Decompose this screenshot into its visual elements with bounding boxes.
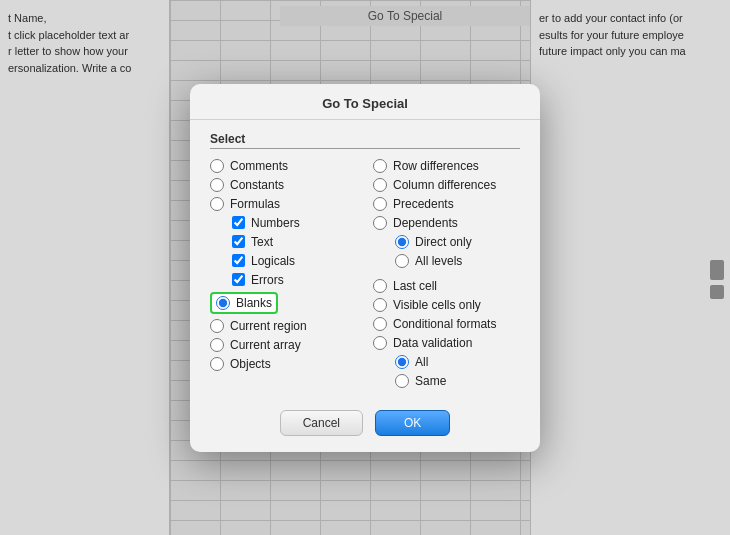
radio-blanks-input[interactable] xyxy=(216,296,230,310)
radio-current-region-label: Current region xyxy=(230,319,307,333)
radio-direct-only-input[interactable] xyxy=(395,235,409,249)
dialog-body: Select Comments Constants Formulas xyxy=(190,128,540,396)
checkbox-errors-label: Errors xyxy=(251,273,284,287)
radio-objects[interactable]: Objects xyxy=(210,357,357,371)
radio-formulas[interactable]: Formulas xyxy=(210,197,357,211)
ok-button[interactable]: OK xyxy=(375,410,450,436)
checkbox-errors[interactable]: Errors xyxy=(232,273,357,287)
blanks-highlight-box: Blanks xyxy=(210,292,278,314)
radio-formulas-input[interactable] xyxy=(210,197,224,211)
dialog-title-bar: Go To Special xyxy=(190,84,540,120)
select-section-label: Select xyxy=(210,132,520,149)
checkbox-text[interactable]: Text xyxy=(232,235,357,249)
radio-data-validation-label: Data validation xyxy=(393,336,472,350)
radio-conditional-formats-label: Conditional formats xyxy=(393,317,496,331)
radio-comments-input[interactable] xyxy=(210,159,224,173)
radio-last-cell-label: Last cell xyxy=(393,279,437,293)
checkbox-errors-input[interactable] xyxy=(232,273,245,286)
radio-comments-label: Comments xyxy=(230,159,288,173)
validation-sub-options: All Same xyxy=(395,355,520,388)
radio-visible-cells-input[interactable] xyxy=(373,298,387,312)
checkbox-logicals[interactable]: Logicals xyxy=(232,254,357,268)
radio-current-array[interactable]: Current array xyxy=(210,338,357,352)
radio-dependents-label: Dependents xyxy=(393,216,458,230)
radio-dependents-input[interactable] xyxy=(373,216,387,230)
radio-blanks-label: Blanks xyxy=(236,296,272,310)
radio-data-validation-input[interactable] xyxy=(373,336,387,350)
radio-valid-all[interactable]: All xyxy=(395,355,520,369)
radio-constants-label: Constants xyxy=(230,178,284,192)
radio-comments[interactable]: Comments xyxy=(210,159,357,173)
right-column: Row differences Column differences Prece… xyxy=(373,159,520,388)
radio-direct-only[interactable]: Direct only xyxy=(395,235,520,249)
radio-blanks[interactable]: Blanks xyxy=(210,292,357,314)
dialog-overlay: Go To Special Select Comments Constants xyxy=(0,0,730,535)
options-columns: Comments Constants Formulas Numbers xyxy=(210,159,520,388)
radio-conditional-formats[interactable]: Conditional formats xyxy=(373,317,520,331)
radio-row-diff[interactable]: Row differences xyxy=(373,159,520,173)
checkbox-numbers[interactable]: Numbers xyxy=(232,216,357,230)
cancel-button[interactable]: Cancel xyxy=(280,410,363,436)
go-to-special-dialog: Go To Special Select Comments Constants xyxy=(190,84,540,452)
radio-all-levels[interactable]: All levels xyxy=(395,254,520,268)
checkbox-logicals-label: Logicals xyxy=(251,254,295,268)
checkbox-text-label: Text xyxy=(251,235,273,249)
radio-constants-input[interactable] xyxy=(210,178,224,192)
checkbox-logicals-input[interactable] xyxy=(232,254,245,267)
radio-current-array-label: Current array xyxy=(230,338,301,352)
radio-row-diff-label: Row differences xyxy=(393,159,479,173)
radio-current-array-input[interactable] xyxy=(210,338,224,352)
radio-valid-same-label: Same xyxy=(415,374,446,388)
radio-valid-all-label: All xyxy=(415,355,428,369)
radio-constants[interactable]: Constants xyxy=(210,178,357,192)
dialog-title: Go To Special xyxy=(206,96,524,111)
radio-col-diff-input[interactable] xyxy=(373,178,387,192)
radio-current-region-input[interactable] xyxy=(210,319,224,333)
radio-all-levels-input[interactable] xyxy=(395,254,409,268)
left-column: Comments Constants Formulas Numbers xyxy=(210,159,357,388)
radio-precedents-input[interactable] xyxy=(373,197,387,211)
radio-conditional-formats-input[interactable] xyxy=(373,317,387,331)
radio-visible-cells-label: Visible cells only xyxy=(393,298,481,312)
radio-all-levels-label: All levels xyxy=(415,254,462,268)
radio-col-diff-label: Column differences xyxy=(393,178,496,192)
radio-last-cell[interactable]: Last cell xyxy=(373,279,520,293)
radio-last-cell-input[interactable] xyxy=(373,279,387,293)
checkbox-numbers-label: Numbers xyxy=(251,216,300,230)
radio-col-diff[interactable]: Column differences xyxy=(373,178,520,192)
radio-formulas-label: Formulas xyxy=(230,197,280,211)
radio-valid-same-input[interactable] xyxy=(395,374,409,388)
radio-data-validation[interactable]: Data validation xyxy=(373,336,520,350)
radio-row-diff-input[interactable] xyxy=(373,159,387,173)
radio-valid-all-input[interactable] xyxy=(395,355,409,369)
radio-objects-input[interactable] xyxy=(210,357,224,371)
radio-visible-cells[interactable]: Visible cells only xyxy=(373,298,520,312)
radio-precedents-label: Precedents xyxy=(393,197,454,211)
checkbox-numbers-input[interactable] xyxy=(232,216,245,229)
radio-objects-label: Objects xyxy=(230,357,271,371)
radio-precedents[interactable]: Precedents xyxy=(373,197,520,211)
dialog-footer: Cancel OK xyxy=(190,410,540,436)
radio-current-region[interactable]: Current region xyxy=(210,319,357,333)
radio-valid-same[interactable]: Same xyxy=(395,374,520,388)
radio-direct-only-label: Direct only xyxy=(415,235,472,249)
checkbox-text-input[interactable] xyxy=(232,235,245,248)
precedents-sub-options: Direct only All levels xyxy=(395,235,520,268)
radio-dependents[interactable]: Dependents xyxy=(373,216,520,230)
